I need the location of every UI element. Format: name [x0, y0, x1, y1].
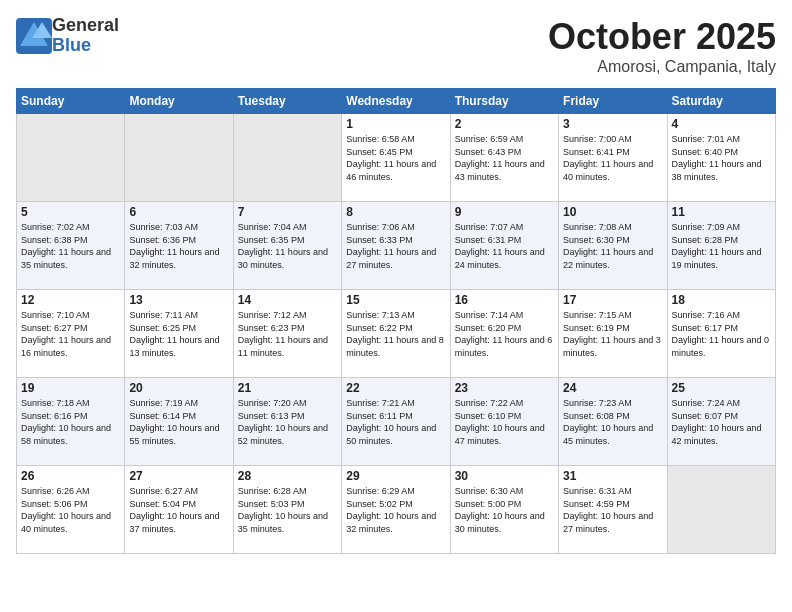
calendar-cell: 24Sunrise: 7:23 AMSunset: 6:08 PMDayligh…: [559, 378, 667, 466]
day-number: 17: [563, 293, 662, 307]
calendar-cell: 16Sunrise: 7:14 AMSunset: 6:20 PMDayligh…: [450, 290, 558, 378]
day-number: 25: [672, 381, 771, 395]
calendar-cell: 8Sunrise: 7:06 AMSunset: 6:33 PMDaylight…: [342, 202, 450, 290]
calendar-cell: 11Sunrise: 7:09 AMSunset: 6:28 PMDayligh…: [667, 202, 775, 290]
calendar-cell: 1Sunrise: 6:58 AMSunset: 6:45 PMDaylight…: [342, 114, 450, 202]
calendar-cell: 13Sunrise: 7:11 AMSunset: 6:25 PMDayligh…: [125, 290, 233, 378]
day-number: 22: [346, 381, 445, 395]
calendar-cell: 27Sunrise: 6:27 AMSunset: 5:04 PMDayligh…: [125, 466, 233, 554]
page-header: General Blue October 2025 Amorosi, Campa…: [16, 16, 776, 76]
day-info: Sunrise: 7:13 AMSunset: 6:22 PMDaylight:…: [346, 310, 444, 358]
day-number: 27: [129, 469, 228, 483]
calendar-cell: 19Sunrise: 7:18 AMSunset: 6:16 PMDayligh…: [17, 378, 125, 466]
day-info: Sunrise: 7:11 AMSunset: 6:25 PMDaylight:…: [129, 310, 219, 358]
day-info: Sunrise: 7:09 AMSunset: 6:28 PMDaylight:…: [672, 222, 762, 270]
day-info: Sunrise: 7:15 AMSunset: 6:19 PMDaylight:…: [563, 310, 661, 358]
day-info: Sunrise: 6:27 AMSunset: 5:04 PMDaylight:…: [129, 486, 219, 534]
day-info: Sunrise: 7:16 AMSunset: 6:17 PMDaylight:…: [672, 310, 770, 358]
calendar-week-row: 26Sunrise: 6:26 AMSunset: 5:06 PMDayligh…: [17, 466, 776, 554]
calendar-cell: 23Sunrise: 7:22 AMSunset: 6:10 PMDayligh…: [450, 378, 558, 466]
calendar-cell: 3Sunrise: 7:00 AMSunset: 6:41 PMDaylight…: [559, 114, 667, 202]
day-info: Sunrise: 6:26 AMSunset: 5:06 PMDaylight:…: [21, 486, 111, 534]
day-number: 5: [21, 205, 120, 219]
day-info: Sunrise: 7:08 AMSunset: 6:30 PMDaylight:…: [563, 222, 653, 270]
day-number: 30: [455, 469, 554, 483]
day-info: Sunrise: 6:30 AMSunset: 5:00 PMDaylight:…: [455, 486, 545, 534]
calendar-cell: 14Sunrise: 7:12 AMSunset: 6:23 PMDayligh…: [233, 290, 341, 378]
day-number: 26: [21, 469, 120, 483]
day-info: Sunrise: 7:18 AMSunset: 6:16 PMDaylight:…: [21, 398, 111, 446]
day-of-week-header: Sunday: [17, 89, 125, 114]
calendar-cell: 25Sunrise: 7:24 AMSunset: 6:07 PMDayligh…: [667, 378, 775, 466]
day-info: Sunrise: 7:24 AMSunset: 6:07 PMDaylight:…: [672, 398, 762, 446]
day-number: 7: [238, 205, 337, 219]
day-number: 8: [346, 205, 445, 219]
logo-blue: Blue: [52, 36, 119, 56]
calendar-cell: [17, 114, 125, 202]
day-info: Sunrise: 7:20 AMSunset: 6:13 PMDaylight:…: [238, 398, 328, 446]
day-info: Sunrise: 7:22 AMSunset: 6:10 PMDaylight:…: [455, 398, 545, 446]
calendar-cell: 30Sunrise: 6:30 AMSunset: 5:00 PMDayligh…: [450, 466, 558, 554]
day-number: 14: [238, 293, 337, 307]
calendar-cell: 26Sunrise: 6:26 AMSunset: 5:06 PMDayligh…: [17, 466, 125, 554]
calendar-cell: [233, 114, 341, 202]
calendar-cell: 31Sunrise: 6:31 AMSunset: 4:59 PMDayligh…: [559, 466, 667, 554]
day-number: 9: [455, 205, 554, 219]
day-info: Sunrise: 7:07 AMSunset: 6:31 PMDaylight:…: [455, 222, 545, 270]
day-info: Sunrise: 7:00 AMSunset: 6:41 PMDaylight:…: [563, 134, 653, 182]
day-number: 2: [455, 117, 554, 131]
day-info: Sunrise: 7:02 AMSunset: 6:38 PMDaylight:…: [21, 222, 111, 270]
calendar-table: SundayMondayTuesdayWednesdayThursdayFrid…: [16, 88, 776, 554]
day-of-week-header: Thursday: [450, 89, 558, 114]
day-number: 21: [238, 381, 337, 395]
calendar-cell: 12Sunrise: 7:10 AMSunset: 6:27 PMDayligh…: [17, 290, 125, 378]
day-info: Sunrise: 7:21 AMSunset: 6:11 PMDaylight:…: [346, 398, 436, 446]
day-info: Sunrise: 7:23 AMSunset: 6:08 PMDaylight:…: [563, 398, 653, 446]
calendar-cell: 9Sunrise: 7:07 AMSunset: 6:31 PMDaylight…: [450, 202, 558, 290]
calendar-week-row: 12Sunrise: 7:10 AMSunset: 6:27 PMDayligh…: [17, 290, 776, 378]
day-number: 18: [672, 293, 771, 307]
day-info: Sunrise: 7:06 AMSunset: 6:33 PMDaylight:…: [346, 222, 436, 270]
month-title: October 2025: [548, 16, 776, 58]
day-info: Sunrise: 7:03 AMSunset: 6:36 PMDaylight:…: [129, 222, 219, 270]
calendar-cell: [125, 114, 233, 202]
day-info: Sunrise: 7:19 AMSunset: 6:14 PMDaylight:…: [129, 398, 219, 446]
day-number: 3: [563, 117, 662, 131]
day-info: Sunrise: 6:29 AMSunset: 5:02 PMDaylight:…: [346, 486, 436, 534]
day-info: Sunrise: 7:12 AMSunset: 6:23 PMDaylight:…: [238, 310, 328, 358]
day-number: 11: [672, 205, 771, 219]
calendar-cell: [667, 466, 775, 554]
calendar-cell: 2Sunrise: 6:59 AMSunset: 6:43 PMDaylight…: [450, 114, 558, 202]
day-info: Sunrise: 6:28 AMSunset: 5:03 PMDaylight:…: [238, 486, 328, 534]
day-number: 28: [238, 469, 337, 483]
day-info: Sunrise: 6:31 AMSunset: 4:59 PMDaylight:…: [563, 486, 653, 534]
day-of-week-header: Tuesday: [233, 89, 341, 114]
day-number: 19: [21, 381, 120, 395]
day-number: 6: [129, 205, 228, 219]
calendar-cell: 20Sunrise: 7:19 AMSunset: 6:14 PMDayligh…: [125, 378, 233, 466]
calendar-cell: 28Sunrise: 6:28 AMSunset: 5:03 PMDayligh…: [233, 466, 341, 554]
calendar-cell: 15Sunrise: 7:13 AMSunset: 6:22 PMDayligh…: [342, 290, 450, 378]
calendar-header-row: SundayMondayTuesdayWednesdayThursdayFrid…: [17, 89, 776, 114]
day-number: 20: [129, 381, 228, 395]
day-number: 23: [455, 381, 554, 395]
day-info: Sunrise: 6:58 AMSunset: 6:45 PMDaylight:…: [346, 134, 436, 182]
logo-general: General: [52, 16, 119, 36]
logo-text: General Blue: [52, 16, 119, 56]
day-number: 12: [21, 293, 120, 307]
day-number: 13: [129, 293, 228, 307]
day-number: 31: [563, 469, 662, 483]
calendar-cell: 4Sunrise: 7:01 AMSunset: 6:40 PMDaylight…: [667, 114, 775, 202]
day-of-week-header: Saturday: [667, 89, 775, 114]
day-number: 4: [672, 117, 771, 131]
day-of-week-header: Monday: [125, 89, 233, 114]
calendar-cell: 6Sunrise: 7:03 AMSunset: 6:36 PMDaylight…: [125, 202, 233, 290]
day-info: Sunrise: 6:59 AMSunset: 6:43 PMDaylight:…: [455, 134, 545, 182]
calendar-cell: 29Sunrise: 6:29 AMSunset: 5:02 PMDayligh…: [342, 466, 450, 554]
day-info: Sunrise: 7:04 AMSunset: 6:35 PMDaylight:…: [238, 222, 328, 270]
calendar-cell: 21Sunrise: 7:20 AMSunset: 6:13 PMDayligh…: [233, 378, 341, 466]
day-of-week-header: Friday: [559, 89, 667, 114]
day-info: Sunrise: 7:01 AMSunset: 6:40 PMDaylight:…: [672, 134, 762, 182]
location-title: Amorosi, Campania, Italy: [548, 58, 776, 76]
calendar-week-row: 1Sunrise: 6:58 AMSunset: 6:45 PMDaylight…: [17, 114, 776, 202]
